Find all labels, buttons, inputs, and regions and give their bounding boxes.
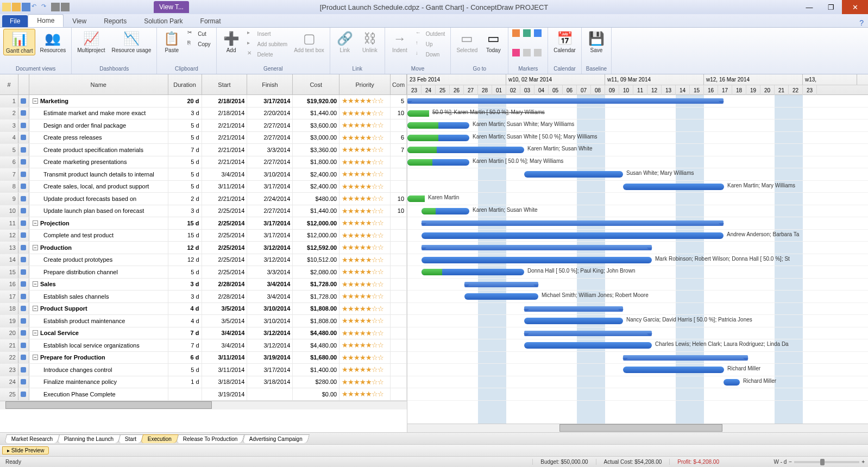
gantt-row[interactable] bbox=[407, 279, 868, 291]
summary-bar[interactable] bbox=[407, 98, 724, 104]
indent-button[interactable]: →Indent bbox=[388, 29, 411, 54]
tab-reports[interactable]: Reports bbox=[95, 15, 135, 27]
table-row[interactable]: 24Finalize maintenance policy1 d3/18/201… bbox=[0, 376, 407, 389]
task-bar[interactable]: Richard Miller bbox=[623, 367, 724, 373]
expand-icon[interactable]: − bbox=[33, 330, 38, 336]
task-bar[interactable]: Karen Martin [ 50.0 %]; Mary Williams bbox=[407, 159, 469, 166]
gantt-row[interactable] bbox=[407, 303, 868, 315]
task-bar[interactable]: Charles Lewis; Helen Clark; Laura Rodrig… bbox=[524, 342, 652, 349]
save-baseline-button[interactable]: 💾Save bbox=[585, 29, 608, 54]
summary-bar[interactable] bbox=[623, 355, 748, 361]
gantt-row[interactable] bbox=[407, 388, 868, 401]
gantt-row[interactable]: Karen Martin; Susan White; Mary Williams bbox=[407, 119, 868, 132]
sheet-tab[interactable]: Planning the Launch bbox=[57, 434, 121, 443]
copy-button[interactable]: ⎘Copy bbox=[185, 39, 212, 49]
up-button[interactable]: ↑Up bbox=[413, 39, 448, 49]
calendar-button[interactable]: 📅Calendar bbox=[551, 29, 578, 54]
summary-bar[interactable] bbox=[422, 245, 652, 250]
table-row[interactable]: 11−Projection15 d2/25/20143/17/2014$12,0… bbox=[0, 217, 407, 230]
slide-preview-tab[interactable]: ▸ Slide Preview bbox=[2, 446, 49, 455]
gantt-row[interactable]: Karen Martin; Susan White bbox=[407, 144, 868, 156]
sheet-tab[interactable]: Advertising Campaign bbox=[242, 434, 310, 443]
tab-home[interactable]: Home bbox=[28, 14, 64, 27]
task-bar[interactable]: Michael Smith; William Jones; Robert Moo… bbox=[464, 293, 538, 300]
maximize-button[interactable]: ❐ bbox=[820, 0, 842, 14]
summary-bar[interactable] bbox=[524, 331, 652, 336]
col-finish[interactable]: Finish bbox=[247, 74, 293, 94]
resource-usage-button[interactable]: 📉Resource usage bbox=[109, 29, 153, 54]
qat-save-icon[interactable] bbox=[22, 3, 30, 11]
gantt-row[interactable] bbox=[407, 352, 868, 364]
qat-open-icon[interactable] bbox=[12, 3, 21, 11]
table-row[interactable]: 6Create marketing presentations5 d2/21/2… bbox=[0, 156, 407, 169]
link-button[interactable]: 🔗Link bbox=[334, 29, 356, 54]
table-row[interactable]: 1−Marketing20 d2/18/20143/17/2014$19,920… bbox=[0, 95, 407, 108]
col-duration[interactable]: Duration bbox=[168, 74, 202, 94]
task-bar[interactable]: Karen Martin; Susan White bbox=[422, 208, 469, 214]
marker-icon[interactable] bbox=[512, 29, 520, 37]
qat-preview-icon[interactable] bbox=[61, 3, 70, 11]
gantt-row[interactable]: Nancy Garcia; David Harris [ 50.0 %]; Pa… bbox=[407, 315, 868, 327]
expand-icon[interactable]: − bbox=[33, 245, 38, 250]
qat-new-icon[interactable] bbox=[2, 3, 11, 11]
file-menu[interactable]: File bbox=[2, 15, 28, 27]
table-row[interactable]: 22−Prepare for Production6 d3/11/20143/1… bbox=[0, 352, 407, 364]
gantt-row[interactable]: 50.0 %]; Karen Martin [ 50.0 %]; Mary Wi… bbox=[407, 108, 868, 120]
col-start[interactable]: Start bbox=[202, 74, 248, 94]
table-row[interactable]: 12Complete and test product15 d2/25/2014… bbox=[0, 230, 407, 242]
col-number[interactable]: # bbox=[0, 74, 18, 94]
outdent-button[interactable]: ←Outdent bbox=[413, 29, 448, 39]
gantt-row[interactable]: Karen Martin; Susan White bbox=[407, 205, 868, 218]
gantt-row[interactable]: Donna Hall [ 50.0 %]; Paul King; John Br… bbox=[407, 266, 868, 279]
col-name[interactable]: Name bbox=[29, 74, 168, 94]
summary-bar[interactable] bbox=[524, 306, 623, 312]
zoom-control[interactable]: W - d − + bbox=[773, 459, 865, 465]
task-bar[interactable]: Karen Martin; Susan White [ 50.0 %]; Mar… bbox=[407, 135, 469, 141]
table-row[interactable]: 17Establish sales channels3 d2/28/20143/… bbox=[0, 291, 407, 303]
task-bar[interactable]: Susan White; Mary Williams bbox=[524, 171, 623, 178]
help-icon[interactable]: ? bbox=[859, 18, 864, 27]
grid-hscroll[interactable] bbox=[0, 401, 407, 409]
add-subitem-button[interactable]: ▸Add subitem bbox=[245, 39, 290, 49]
gantt-row[interactable] bbox=[407, 242, 868, 254]
task-bar[interactable]: Karen Martin; Mary Williams bbox=[623, 184, 724, 190]
marker-icon[interactable] bbox=[523, 49, 531, 56]
table-row[interactable]: 16−Sales3 d2/28/20143/4/2014$1,728.00★★★… bbox=[0, 279, 407, 291]
table-row[interactable]: 3Design and order final package5 d2/21/2… bbox=[0, 119, 407, 132]
sheet-tab[interactable]: Start bbox=[118, 434, 143, 443]
table-row[interactable]: 8Create sales, local, and product suppor… bbox=[0, 181, 407, 193]
marker-icon[interactable] bbox=[534, 29, 542, 37]
gantt-row[interactable]: Richard Miller bbox=[407, 364, 868, 376]
expand-icon[interactable]: − bbox=[33, 98, 38, 104]
gantt-row[interactable]: Karen Martin; Mary Williams bbox=[407, 181, 868, 193]
col-complete[interactable]: Com bbox=[391, 74, 407, 94]
table-row[interactable]: 2Estimate market and make more exact3 d2… bbox=[0, 108, 407, 120]
minimize-button[interactable]: — bbox=[798, 0, 820, 14]
table-row[interactable]: 20−Local Service7 d3/4/20143/12/2014$4,4… bbox=[0, 327, 407, 340]
expand-icon[interactable]: − bbox=[33, 281, 38, 287]
table-row[interactable]: 13−Production12 d2/25/20143/12/2014$12,5… bbox=[0, 242, 407, 254]
multiproject-button[interactable]: 📈Multiproject bbox=[75, 29, 107, 54]
unlink-button[interactable]: ⛓Unlink bbox=[358, 29, 381, 54]
table-row[interactable]: 25Execution Phase Complete3/19/2014$0.00… bbox=[0, 388, 407, 401]
sheet-tab[interactable]: Release To Production bbox=[176, 434, 245, 443]
table-row[interactable]: 4Create press releases5 d2/21/20142/27/2… bbox=[0, 132, 407, 144]
col-priority[interactable]: Priority bbox=[339, 74, 391, 94]
col-cost[interactable]: Cost bbox=[293, 74, 339, 94]
qat-print-icon[interactable] bbox=[51, 3, 60, 11]
task-bar[interactable]: 50.0 %]; Karen Martin [ 50.0 %]; Mary Wi… bbox=[407, 110, 429, 117]
cut-button[interactable]: ✂Cut bbox=[185, 29, 212, 39]
qat-undo-icon[interactable]: ↶ bbox=[32, 3, 40, 11]
tab-format[interactable]: Format bbox=[192, 15, 230, 27]
gantt-row[interactable] bbox=[407, 327, 868, 340]
task-bar[interactable]: Richard Miller bbox=[724, 379, 740, 386]
gantt-row[interactable] bbox=[407, 217, 868, 230]
table-row[interactable]: 21Establish local service organizations7… bbox=[0, 339, 407, 352]
table-row[interactable]: 5Create product specification materials7… bbox=[0, 144, 407, 156]
add-text-box-button[interactable]: ▢Add text box bbox=[292, 29, 326, 54]
paste-button[interactable]: 📋Paste bbox=[160, 29, 183, 54]
task-bar[interactable]: Karen Martin bbox=[407, 195, 425, 202]
gantt-row[interactable]: Mark Robinson; Robert Wilson; Donna Hall… bbox=[407, 254, 868, 267]
expand-icon[interactable]: − bbox=[33, 306, 38, 311]
qat-redo-icon[interactable]: ↷ bbox=[41, 3, 50, 11]
